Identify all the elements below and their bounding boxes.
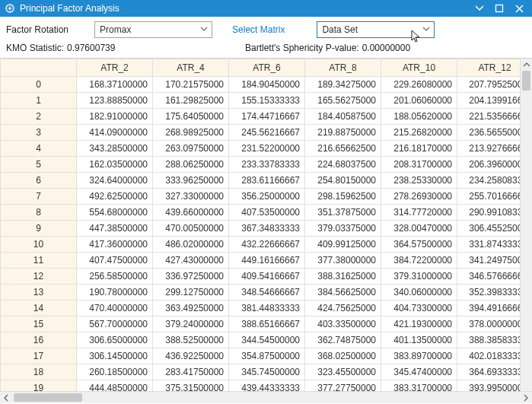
data-cell[interactable]: 470.40000000 bbox=[77, 301, 153, 317]
data-cell[interactable]: 245.56216667 bbox=[229, 125, 305, 141]
data-cell[interactable]: 283.41750000 bbox=[153, 364, 229, 380]
data-cell[interactable]: 298.15962500 bbox=[305, 189, 381, 205]
data-cell[interactable]: 216.65662500 bbox=[305, 141, 381, 157]
data-cell[interactable]: 417.36000000 bbox=[77, 237, 153, 253]
row-header[interactable]: 8 bbox=[1, 205, 77, 221]
row-header[interactable]: 1 bbox=[1, 93, 77, 109]
dataset-combo[interactable]: Data Set bbox=[317, 21, 435, 38]
data-cell[interactable]: 407.47500000 bbox=[77, 253, 153, 269]
data-cell[interactable]: 421.19300000 bbox=[381, 317, 457, 332]
table-row[interactable]: 13190.78000000299.12750000348.5466666738… bbox=[1, 285, 521, 301]
data-cell[interactable]: 486.02000000 bbox=[153, 237, 229, 253]
data-cell[interactable]: 231.52200000 bbox=[229, 141, 305, 157]
data-cell[interactable]: 299.12750000 bbox=[153, 285, 229, 301]
scroll-thumb[interactable] bbox=[14, 393, 82, 402]
data-cell[interactable]: 384.72200000 bbox=[381, 253, 457, 269]
data-cell[interactable]: 381.44833333 bbox=[229, 301, 305, 317]
data-cell[interactable]: 207.79525000 bbox=[457, 77, 521, 93]
table-row[interactable]: 5162.03500000288.06250000233.33783333224… bbox=[1, 157, 521, 173]
data-cell[interactable]: 402.01833333 bbox=[457, 348, 521, 364]
data-cell[interactable]: 174.44716667 bbox=[229, 109, 305, 125]
scroll-thumb[interactable] bbox=[522, 71, 530, 91]
data-cell[interactable]: 340.06000000 bbox=[381, 285, 457, 301]
row-header[interactable]: 3 bbox=[1, 125, 77, 141]
data-cell[interactable]: 201.06060000 bbox=[381, 93, 457, 109]
data-cell[interactable]: 554.68000000 bbox=[77, 205, 153, 221]
data-cell[interactable]: 155.15333333 bbox=[229, 93, 305, 109]
data-cell[interactable]: 255.70166667 bbox=[457, 189, 521, 205]
data-cell[interactable]: 367.34833333 bbox=[229, 221, 305, 237]
row-header[interactable]: 9 bbox=[1, 221, 77, 237]
data-cell[interactable]: 447.38500000 bbox=[77, 221, 153, 237]
data-cell[interactable]: 345.47400000 bbox=[381, 364, 457, 380]
close-button[interactable] bbox=[509, 1, 529, 16]
data-cell[interactable]: 354.87500000 bbox=[229, 348, 305, 364]
data-cell[interactable]: 404.73300000 bbox=[381, 301, 457, 317]
row-header[interactable]: 7 bbox=[1, 189, 77, 205]
data-cell[interactable]: 336.97250000 bbox=[153, 269, 229, 285]
col-header[interactable]: ATR_2 bbox=[77, 59, 153, 77]
horizontal-scrollbar[interactable] bbox=[0, 391, 532, 403]
row-header[interactable]: 2 bbox=[1, 109, 77, 125]
data-cell[interactable]: 492.62500000 bbox=[77, 189, 153, 205]
data-cell[interactable]: 168.37100000 bbox=[77, 77, 153, 93]
scroll-right-icon[interactable] bbox=[520, 392, 532, 404]
col-header[interactable]: ATR_8 bbox=[305, 59, 381, 77]
col-header[interactable]: ATR_4 bbox=[153, 59, 229, 77]
scroll-track[interactable] bbox=[12, 392, 520, 403]
data-cell[interactable]: 268.98925000 bbox=[153, 125, 229, 141]
table-row[interactable]: 0168.37100000170.21575000184.90450000189… bbox=[1, 77, 521, 93]
data-cell[interactable]: 263.09750000 bbox=[153, 141, 229, 157]
rotation-combo[interactable]: Promax bbox=[94, 21, 212, 38]
data-cell[interactable]: 324.64000000 bbox=[77, 173, 153, 189]
data-cell[interactable]: 364.69333333 bbox=[457, 364, 521, 380]
data-cell[interactable]: 403.33500000 bbox=[305, 317, 381, 332]
table-row[interactable]: 19444.48500000375.31500000439.4433333337… bbox=[1, 380, 521, 392]
data-cell[interactable]: 470.00500000 bbox=[153, 221, 229, 237]
data-cell[interactable]: 414.09000000 bbox=[77, 125, 153, 141]
data-cell[interactable]: 306.14500000 bbox=[77, 348, 153, 364]
row-header[interactable]: 15 bbox=[1, 317, 77, 332]
data-table[interactable]: ATR_2 ATR_4 ATR_6 ATR_8 ATR_10 ATR_12 01… bbox=[0, 59, 520, 391]
data-cell[interactable]: 363.49250000 bbox=[153, 301, 229, 317]
data-cell[interactable]: 288.06250000 bbox=[153, 157, 229, 173]
table-row[interactable]: 8554.68000000439.66000000407.53500000351… bbox=[1, 205, 521, 221]
row-header[interactable]: 5 bbox=[1, 157, 77, 173]
data-cell[interactable]: 170.21575000 bbox=[153, 77, 229, 93]
table-row[interactable]: 1123.88850000161.29825000155.15333333165… bbox=[1, 93, 521, 109]
maximize-button[interactable] bbox=[489, 1, 509, 16]
data-cell[interactable]: 401.13500000 bbox=[381, 332, 457, 348]
data-cell[interactable]: 283.61166667 bbox=[229, 173, 305, 189]
data-cell[interactable]: 184.90450000 bbox=[229, 77, 305, 93]
data-cell[interactable]: 348.54666667 bbox=[229, 285, 305, 301]
data-cell[interactable]: 306.65000000 bbox=[77, 332, 153, 348]
data-cell[interactable]: 162.03500000 bbox=[77, 157, 153, 173]
row-header[interactable]: 18 bbox=[1, 364, 77, 380]
vertical-scrollbar[interactable] bbox=[520, 59, 532, 403]
row-header[interactable]: 13 bbox=[1, 285, 77, 301]
col-header[interactable]: ATR_12 bbox=[457, 59, 521, 77]
select-matrix-link[interactable]: Select Matrix bbox=[232, 24, 285, 35]
data-cell[interactable]: 343.28500000 bbox=[77, 141, 153, 157]
data-cell[interactable]: 377.38000000 bbox=[305, 253, 381, 269]
data-cell[interactable]: 206.39600000 bbox=[457, 157, 521, 173]
scroll-left-icon[interactable] bbox=[0, 392, 12, 404]
data-cell[interactable]: 341.24975000 bbox=[457, 253, 521, 269]
data-cell[interactable]: 346.57666667 bbox=[457, 269, 521, 285]
row-header[interactable]: 19 bbox=[1, 380, 77, 392]
data-cell[interactable]: 175.64050000 bbox=[153, 109, 229, 125]
data-cell[interactable]: 424.75625000 bbox=[305, 301, 381, 317]
data-cell[interactable]: 314.77720000 bbox=[381, 205, 457, 221]
data-cell[interactable]: 256.58500000 bbox=[77, 269, 153, 285]
data-cell[interactable]: 345.74500000 bbox=[229, 364, 305, 380]
data-cell[interactable]: 432.22666667 bbox=[229, 237, 305, 253]
data-cell[interactable]: 331.87433333 bbox=[457, 237, 521, 253]
scroll-track[interactable] bbox=[521, 71, 532, 391]
table-row[interactable]: 6324.64000000333.96250000283.61166667254… bbox=[1, 173, 521, 189]
data-cell[interactable]: 388.65166667 bbox=[229, 317, 305, 332]
data-cell[interactable]: 388.31625000 bbox=[305, 269, 381, 285]
data-cell[interactable]: 236.56550000 bbox=[457, 125, 521, 141]
data-cell[interactable]: 364.57500000 bbox=[381, 237, 457, 253]
data-cell[interactable]: 567.70000000 bbox=[77, 317, 153, 332]
table-row[interactable]: 16306.65000000388.52500000344.5450000036… bbox=[1, 332, 521, 348]
